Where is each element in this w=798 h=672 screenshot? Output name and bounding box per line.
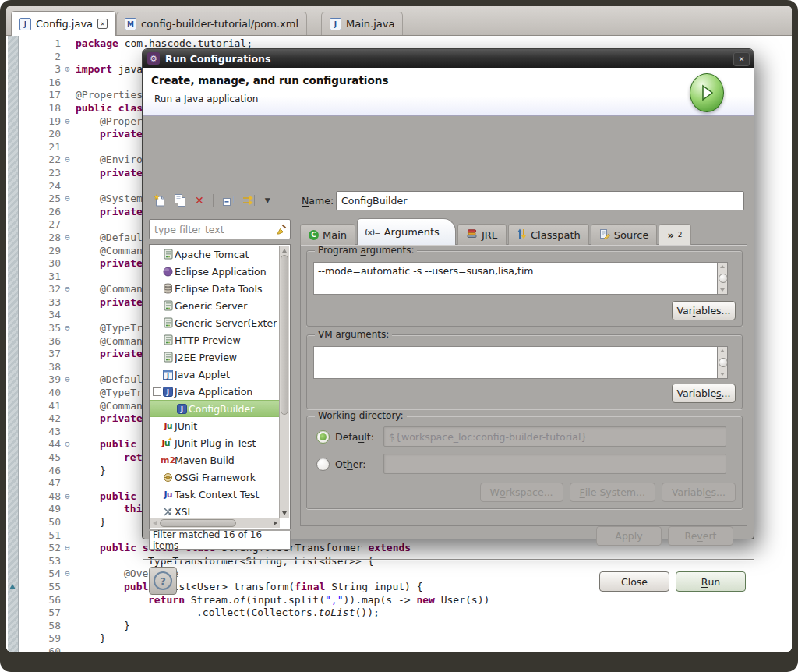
filter-input[interactable] (153, 221, 273, 238)
tree-item-junit-plug-in-test[interactable]: Ju✦JUnit Plug-in Test (150, 434, 280, 451)
editor-tab-pom-xml[interactable]: M config-builder-tutorial/pom.xml (116, 12, 307, 35)
scroll-down-icon[interactable] (282, 511, 287, 515)
fold-spacer (62, 620, 72, 633)
editor-tab-main-java[interactable]: J Main.java (321, 12, 403, 35)
tree-item-label: JUnit (175, 420, 197, 432)
tab-jre[interactable]: JRE (457, 224, 507, 245)
clear-filter-icon[interactable] (275, 223, 288, 238)
new-launch-config-button[interactable] (154, 193, 165, 207)
dialog-titlebar[interactable]: ⚙ Run Configurations ✕ (143, 49, 754, 68)
tree-item-label: Generic Server(Exter (175, 317, 277, 329)
code-line[interactable]: 53TypeTransformer<String, List<User>> { (19, 555, 792, 568)
line-number: 21 (19, 141, 62, 154)
code-line[interactable]: 57.collect(Collectors.toList()); (19, 607, 792, 620)
help-button[interactable]: ? (149, 567, 177, 595)
tree-item-http-preview[interactable]: HTTP Preview (150, 331, 280, 348)
code-line[interactable]: 56return Stream.of(input.split(",")).map… (19, 594, 792, 607)
tree-item-eclipse-data-tools[interactable]: Eclipse Data Tools (150, 280, 280, 297)
line-number: 57 (19, 607, 62, 620)
line-number: 20 (19, 128, 62, 141)
fold-toggle-icon[interactable]: ⊖ (62, 438, 72, 451)
tree-item-eclipse-application[interactable]: Eclipse Application (150, 263, 280, 280)
line-number: 43 (19, 426, 62, 439)
dialog-header: Create, manage, and run configurations R… (143, 68, 754, 116)
line-number: 44 (19, 438, 62, 451)
tree-item-junit[interactable]: JuJUnit (150, 417, 280, 434)
fold-toggle-icon[interactable]: ⊕ (62, 63, 72, 76)
close-button[interactable]: Close (599, 571, 669, 592)
tree-vertical-scrollbar[interactable] (279, 246, 289, 518)
svg-text:J: J (166, 388, 169, 396)
server-icon (161, 334, 175, 345)
scroll-right-icon[interactable] (274, 521, 277, 525)
fold-toggle-icon[interactable]: ⊖ (62, 322, 72, 335)
tree-horizontal-scrollbar[interactable] (150, 518, 280, 528)
fold-toggle-icon[interactable]: ⊖ (62, 232, 72, 245)
fold-toggle-icon[interactable]: ⊖ (62, 115, 72, 129)
collapse-all-button[interactable] (222, 193, 234, 207)
code-text: return Stream.of(input.split(",")).map(s… (72, 594, 489, 607)
line-number: 55 (19, 581, 62, 594)
tab-arguments[interactable]: (x)= Arguments (357, 218, 456, 245)
scrollbar-thumb[interactable] (160, 519, 236, 527)
fold-toggle-icon[interactable]: ⊖ (62, 542, 72, 555)
editor-tab-label: config-builder-tutorial/pom.xml (141, 18, 298, 30)
tab-overflow[interactable]: »2 (659, 224, 690, 245)
code-line[interactable]: 59} (19, 632, 792, 645)
annotation-ruler[interactable] (8, 36, 19, 652)
run-button[interactable]: Run (676, 571, 746, 592)
fold-spacer (62, 167, 72, 180)
line-number: 16 (19, 76, 62, 90)
server-icon (161, 317, 175, 328)
code-line[interactable]: 60 (19, 645, 792, 652)
dialog-close-button[interactable]: ✕ (733, 52, 750, 66)
fold-spacer (62, 257, 72, 271)
scroll-left-icon[interactable] (153, 521, 157, 525)
tree-item-configbuilder[interactable]: JConfigBuilder (150, 400, 280, 417)
fold-toggle-icon[interactable]: ⊖ (62, 154, 72, 167)
tree-item-generic-server-exter[interactable]: Generic Server(Exter (150, 314, 280, 331)
chevron-more-icon: » (667, 229, 673, 241)
tree-item-generic-server[interactable]: Generic Server (150, 297, 280, 314)
tree-item-maven-build[interactable]: m2Maven Build (150, 451, 280, 469)
fold-toggle-icon[interactable]: ⊖ (62, 283, 72, 296)
tab-source[interactable]: Source (591, 224, 658, 245)
tree-item-apache-tomcat[interactable]: Apache Tomcat (150, 246, 280, 263)
line-number: 58 (19, 620, 62, 633)
tab-label: Main (323, 229, 347, 241)
editor-tab-label: Config.java (36, 18, 93, 30)
tree-item-java-applet[interactable]: JJava Applet (150, 366, 280, 383)
line-number: 34 (19, 309, 62, 322)
name-input[interactable] (336, 191, 744, 210)
fold-toggle-icon[interactable]: ⊖ (62, 490, 72, 504)
tab-classpath[interactable]: Classpath (508, 224, 589, 245)
line-number: 36 (19, 335, 62, 348)
toolbar-menu-button[interactable]: ▼ (265, 193, 270, 207)
revert-button[interactable]: Revert (668, 526, 733, 546)
code-text: .collect(Collectors.toList()); (72, 607, 380, 620)
apply-button[interactable]: Apply (596, 526, 662, 546)
tree-item-xsl[interactable]: XSL (150, 503, 280, 518)
duplicate-launch-config-button[interactable] (174, 193, 186, 207)
tree-item-osgi-framework[interactable]: OSGi Framework (150, 469, 280, 486)
tab-label: Classpath (531, 229, 581, 241)
delete-launch-config-button[interactable]: ✕ (195, 193, 204, 207)
tab-close-icon[interactable] (97, 19, 108, 29)
scrollbar-thumb[interactable] (281, 255, 288, 415)
tree-item-task-context-test[interactable]: JuTask Context Test (150, 486, 280, 503)
filter-launch-configs-button[interactable] (242, 193, 256, 207)
scroll-up-icon[interactable] (282, 249, 287, 253)
code-text: } (72, 632, 106, 645)
code-line[interactable]: 58} (19, 620, 792, 633)
fold-toggle-icon[interactable]: ⊖ (62, 568, 72, 581)
editor-tab-config-java[interactable]: J Config.java (11, 11, 116, 36)
collapse-expander-icon[interactable]: − (153, 387, 161, 396)
fold-toggle-icon[interactable]: ⊖ (62, 373, 72, 387)
fold-spacer (62, 361, 72, 374)
line-number: 37 (19, 348, 62, 361)
tab-main[interactable]: C Main (300, 224, 355, 245)
tree-item-java-application[interactable]: −JJava Application (150, 383, 280, 400)
tree-item-j2ee-preview[interactable]: J2EE Preview (150, 348, 280, 366)
fold-toggle-icon[interactable]: ⊖ (62, 193, 72, 206)
fold-spacer (62, 645, 72, 652)
